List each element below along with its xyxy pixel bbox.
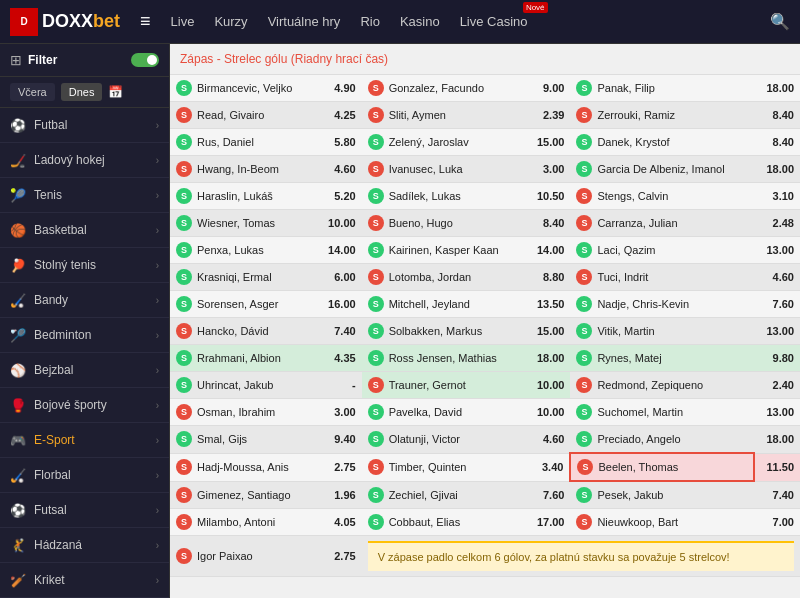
player-name[interactable]: Rrahmani, Albion bbox=[197, 352, 281, 364]
nav-rio[interactable]: Rio bbox=[360, 10, 380, 33]
sidebar-item-bejzbal[interactable]: ⚾Bejzbal › bbox=[0, 353, 169, 388]
player-name[interactable]: Lotomba, Jordan bbox=[389, 271, 472, 283]
odds-cell[interactable]: 2.48 bbox=[754, 210, 800, 237]
odds-cell[interactable]: 14.00 bbox=[317, 237, 362, 264]
player-name-beelen[interactable]: Beelen, Thomas bbox=[598, 461, 678, 473]
player-name[interactable]: Pavelka, David bbox=[389, 406, 462, 418]
player-name[interactable]: Olatunji, Victor bbox=[389, 433, 460, 445]
odds-cell[interactable]: 2.40 bbox=[754, 372, 800, 399]
player-name[interactable]: Nadje, Chris-Kevin bbox=[597, 298, 689, 310]
today-button[interactable]: Dnes bbox=[61, 83, 103, 101]
player-name[interactable]: Haraslin, Lukáš bbox=[197, 190, 273, 202]
filter-toggle[interactable] bbox=[131, 53, 159, 67]
player-name[interactable]: Laci, Qazim bbox=[597, 244, 655, 256]
player-name[interactable]: Solbakken, Markus bbox=[389, 325, 483, 337]
odds-cell[interactable]: 9.80 bbox=[754, 345, 800, 372]
odds-cell[interactable]: 2.75 bbox=[317, 536, 362, 577]
odds-cell[interactable]: 7.00 bbox=[754, 509, 800, 536]
player-name[interactable]: Danek, Krystof bbox=[597, 136, 669, 148]
odds-cell[interactable]: 10.00 bbox=[525, 372, 570, 399]
odds-cell[interactable]: 7.60 bbox=[754, 291, 800, 318]
sidebar-item-futsal[interactable]: ⚽Futsal › bbox=[0, 493, 169, 528]
player-name[interactable]: Zelený, Jaroslav bbox=[389, 136, 469, 148]
odds-cell[interactable]: 13.00 bbox=[754, 237, 800, 264]
player-name[interactable]: Kairinen, Kasper Kaan bbox=[389, 244, 499, 256]
odds-cell[interactable]: 8.40 bbox=[525, 210, 570, 237]
player-name[interactable]: Mitchell, Jeyland bbox=[389, 298, 470, 310]
player-name[interactable]: Hancko, Dávid bbox=[197, 325, 269, 337]
player-name[interactable]: Rynes, Matej bbox=[597, 352, 661, 364]
odds-cell[interactable]: 1.96 bbox=[317, 481, 362, 509]
nav-live-casino[interactable]: Live Casino bbox=[460, 10, 528, 33]
player-name[interactable]: Read, Givairo bbox=[197, 109, 264, 121]
player-name[interactable]: Trauner, Gernot bbox=[389, 379, 466, 391]
yesterday-button[interactable]: Včera bbox=[10, 83, 55, 101]
player-name[interactable]: Wiesner, Tomas bbox=[197, 217, 275, 229]
odds-cell[interactable]: 10.50 bbox=[525, 183, 570, 210]
odds-cell[interactable]: 13.00 bbox=[754, 318, 800, 345]
odds-cell[interactable]: 5.20 bbox=[317, 183, 362, 210]
odds-cell[interactable]: 6.00 bbox=[317, 264, 362, 291]
player-name[interactable]: Bueno, Hugo bbox=[389, 217, 453, 229]
player-name[interactable]: Sliti, Aymen bbox=[389, 109, 446, 121]
odds-cell[interactable]: 15.00 bbox=[525, 129, 570, 156]
odds-cell[interactable]: 8.40 bbox=[754, 102, 800, 129]
player-name[interactable]: Tuci, Indrit bbox=[597, 271, 648, 283]
sidebar-item-futbal[interactable]: ⚽Futbal › bbox=[0, 108, 169, 143]
odds-cell[interactable]: 9.40 bbox=[317, 426, 362, 454]
odds-cell[interactable]: 4.60 bbox=[317, 156, 362, 183]
sidebar-item-kriket[interactable]: 🏏Kriket › bbox=[0, 563, 169, 598]
odds-cell[interactable]: 5.80 bbox=[317, 129, 362, 156]
sidebar-item-bedminton[interactable]: 🏸Bedminton › bbox=[0, 318, 169, 353]
odds-cell[interactable]: 7.40 bbox=[754, 481, 800, 509]
player-name[interactable]: Nieuwkoop, Bart bbox=[597, 516, 678, 528]
player-name[interactable]: Hadj-Moussa, Anis bbox=[197, 461, 289, 473]
calendar-icon[interactable]: 📅 bbox=[108, 85, 123, 99]
player-name[interactable]: Vitik, Martin bbox=[597, 325, 654, 337]
odds-cell[interactable]: 2.75 bbox=[317, 453, 362, 481]
player-name[interactable]: Osman, Ibrahim bbox=[197, 406, 275, 418]
nav-virtualne[interactable]: Virtuálne hry bbox=[268, 10, 341, 33]
odds-cell[interactable]: 18.00 bbox=[754, 156, 800, 183]
odds-cell[interactable]: 2.39 bbox=[525, 102, 570, 129]
odds-cell[interactable]: - bbox=[317, 372, 362, 399]
odds-cell[interactable]: 18.00 bbox=[754, 426, 800, 454]
sidebar-item-esport[interactable]: 🎮E-Sport › bbox=[0, 423, 169, 458]
odds-cell[interactable]: 16.00 bbox=[317, 291, 362, 318]
player-name[interactable]: Milambo, Antoni bbox=[197, 516, 275, 528]
player-name[interactable]: Panak, Filip bbox=[597, 82, 654, 94]
player-name[interactable]: Uhrincat, Jakub bbox=[197, 379, 273, 391]
odds-cell[interactable]: 4.05 bbox=[317, 509, 362, 536]
odds-cell[interactable]: 10.00 bbox=[317, 210, 362, 237]
hamburger-menu[interactable]: ≡ bbox=[140, 11, 151, 32]
player-name[interactable]: Birmancevic, Veljko bbox=[197, 82, 292, 94]
sidebar-item-basketbal[interactable]: 🏀Basketbal › bbox=[0, 213, 169, 248]
player-name[interactable]: Redmond, Zepiqueno bbox=[597, 379, 703, 391]
odds-cell[interactable]: 4.90 bbox=[317, 75, 362, 102]
player-name[interactable]: Zerrouki, Ramiz bbox=[597, 109, 675, 121]
player-name[interactable]: Pesek, Jakub bbox=[597, 489, 663, 501]
odds-cell[interactable]: 8.80 bbox=[525, 264, 570, 291]
nav-kasino[interactable]: Kasino bbox=[400, 10, 440, 33]
sidebar-item-stolny-tenis[interactable]: 🏓Stolný tenis › bbox=[0, 248, 169, 283]
odds-cell-beelen[interactable]: 11.50 bbox=[754, 453, 800, 481]
odds-cell[interactable]: 13.00 bbox=[754, 399, 800, 426]
odds-cell[interactable]: 4.60 bbox=[525, 426, 570, 454]
odds-cell[interactable]: 9.00 bbox=[525, 75, 570, 102]
player-name[interactable]: Preciado, Angelo bbox=[597, 433, 680, 445]
odds-cell[interactable]: 3.10 bbox=[754, 183, 800, 210]
player-name[interactable]: Timber, Quinten bbox=[389, 461, 467, 473]
player-name[interactable]: Carranza, Julian bbox=[597, 217, 677, 229]
player-name[interactable]: Zechiel, Gjivai bbox=[389, 489, 458, 501]
odds-cell[interactable]: 7.40 bbox=[317, 318, 362, 345]
player-name[interactable]: Stengs, Calvin bbox=[597, 190, 668, 202]
player-name[interactable]: Rus, Daniel bbox=[197, 136, 254, 148]
odds-cell[interactable]: 4.60 bbox=[754, 264, 800, 291]
nav-live[interactable]: Live bbox=[171, 10, 195, 33]
player-name[interactable]: Garcia De Albeniz, Imanol bbox=[597, 163, 724, 175]
odds-cell[interactable]: 14.00 bbox=[525, 237, 570, 264]
player-name[interactable]: Krasniqi, Ermal bbox=[197, 271, 272, 283]
player-name[interactable]: Sorensen, Asger bbox=[197, 298, 278, 310]
odds-cell[interactable]: 15.00 bbox=[525, 318, 570, 345]
sidebar-item-bojove[interactable]: 🥊Bojové športy › bbox=[0, 388, 169, 423]
